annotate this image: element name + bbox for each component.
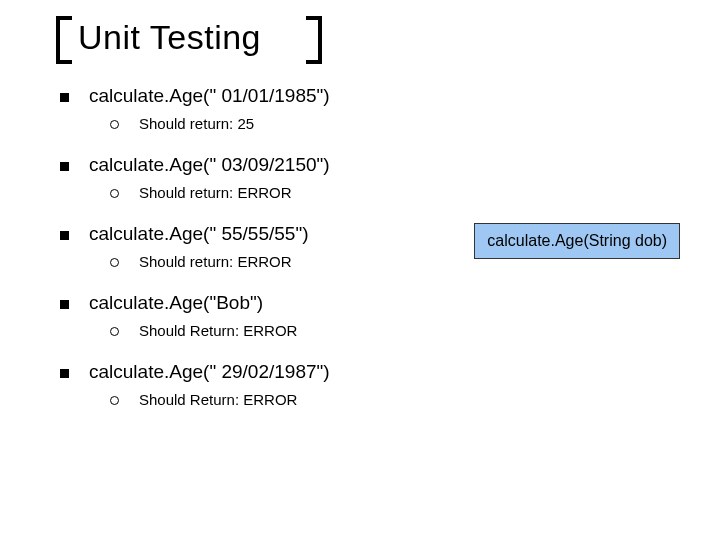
list-item: calculate.Age(" 01/01/1985") Should retu…: [60, 85, 680, 132]
callout-box: calculate.Age(String dob): [474, 223, 680, 259]
square-bullet-icon: [60, 300, 69, 309]
item-text: calculate.Age("Bob"): [89, 292, 263, 314]
circle-bullet-icon: [110, 258, 119, 267]
circle-bullet-icon: [110, 189, 119, 198]
square-bullet-icon: [60, 93, 69, 102]
item-subtext: Should Return: ERROR: [139, 322, 297, 339]
item-subtext: Should return: ERROR: [139, 184, 292, 201]
title-wrap: Unit Testing: [50, 18, 680, 57]
circle-bullet-icon: [110, 396, 119, 405]
bracket-left-icon: [56, 16, 72, 64]
bracket-right-icon: [306, 16, 322, 64]
list-item: calculate.Age("Bob") Should Return: ERRO…: [60, 292, 680, 339]
square-bullet-icon: [60, 369, 69, 378]
callout-text: calculate.Age(String dob): [487, 232, 667, 249]
item-text: calculate.Age(" 29/02/1987"): [89, 361, 330, 383]
page-title: Unit Testing: [78, 18, 680, 57]
slide: Unit Testing calculate.Age(" 01/01/1985"…: [0, 0, 720, 540]
list-item: calculate.Age(" 03/09/2150") Should retu…: [60, 154, 680, 201]
list-item: calculate.Age(" 29/02/1987") Should Retu…: [60, 361, 680, 408]
square-bullet-icon: [60, 162, 69, 171]
item-text: calculate.Age(" 01/01/1985"): [89, 85, 330, 107]
circle-bullet-icon: [110, 327, 119, 336]
square-bullet-icon: [60, 231, 69, 240]
circle-bullet-icon: [110, 120, 119, 129]
item-subtext: Should return: ERROR: [139, 253, 292, 270]
item-text: calculate.Age(" 55/55/55"): [89, 223, 308, 245]
content: calculate.Age(" 01/01/1985") Should retu…: [50, 85, 680, 408]
item-subtext: Should Return: ERROR: [139, 391, 297, 408]
item-subtext: Should return: 25: [139, 115, 254, 132]
item-text: calculate.Age(" 03/09/2150"): [89, 154, 330, 176]
